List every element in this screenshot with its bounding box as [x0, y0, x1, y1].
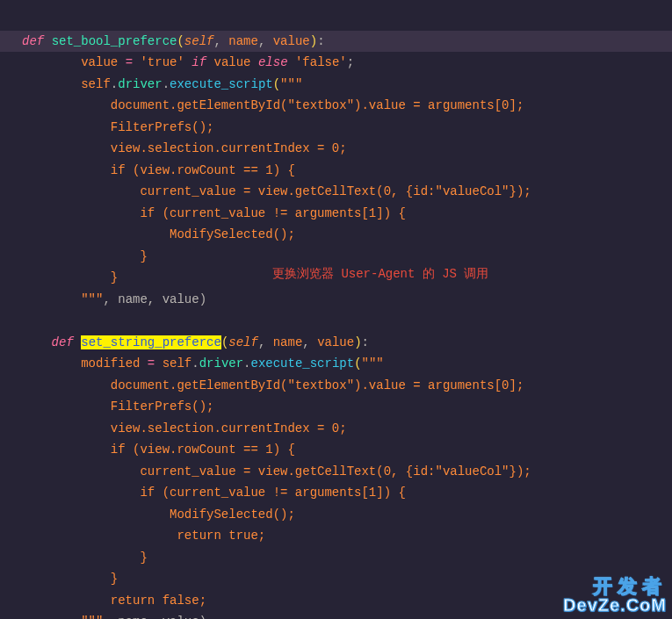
code-line: return true; — [22, 529, 265, 543]
function-name: set_bool_preferce — [52, 34, 177, 48]
code-line: FilterPrefs(); — [22, 120, 213, 134]
code-line: } — [22, 572, 118, 586]
code-line: } — [22, 249, 148, 263]
watermark-bottom: DevZe.CoM — [563, 596, 667, 614]
keyword-def: def — [22, 34, 44, 48]
paren: ) — [310, 34, 317, 48]
code-line: return false; — [22, 594, 206, 608]
code-line: current_value = view.getCellText(0, {id:… — [22, 464, 531, 479]
code-line: document.getElementById("textbox").value… — [22, 378, 524, 392]
code-line: FilterPrefs(); — [22, 399, 213, 414]
code-line: view.selection.currentIndex = 0; — [22, 421, 347, 435]
code-line: current_value = view.getCellText(0, {id:… — [22, 184, 531, 198]
code-line: document.getElementById("textbox").value… — [22, 98, 524, 112]
keyword-def: def — [52, 335, 74, 349]
param: value — [273, 34, 310, 48]
code-block: def set_bool_preferce(self, name, value)… — [0, 0, 672, 619]
code-line: self.driver.execute_script(""" — [22, 77, 302, 91]
code-line: if (view.rowCount == 1) { — [22, 163, 295, 177]
param-self: self — [184, 34, 214, 48]
code-line: def set_bool_preferce(self, name, value)… — [0, 31, 672, 53]
code-line: """, name, value) — [22, 615, 206, 619]
code-line: value = 'true' if value else 'false'; — [22, 55, 354, 69]
code-line: if (current_value != arguments[1]) { — [22, 486, 406, 500]
code-line: """, name, value) — [22, 292, 206, 306]
function-name-highlighted: set_string_preferce — [81, 335, 221, 349]
code-line: ModifySelected(); — [22, 227, 295, 241]
code-line: modified = self.driver.execute_script(""… — [22, 356, 384, 371]
watermark: 开发者 DevZe.CoM — [563, 577, 667, 614]
code-line: ModifySelected(); — [22, 507, 295, 522]
code-line: } — [22, 270, 118, 284]
code-line: view.selection.currentIndex = 0; — [22, 141, 347, 155]
param: name — [228, 34, 258, 48]
annotation-text: 更换浏览器 User-Agent 的 JS 调用 — [272, 263, 488, 285]
code-line: } — [22, 551, 148, 565]
code-line: def set_string_preferce(self, name, valu… — [22, 335, 369, 349]
paren: ( — [177, 34, 184, 48]
watermark-top: 开发者 — [563, 577, 667, 596]
code-line: if (view.rowCount == 1) { — [22, 443, 295, 457]
code-line: if (current_value != arguments[1]) { — [22, 206, 406, 220]
